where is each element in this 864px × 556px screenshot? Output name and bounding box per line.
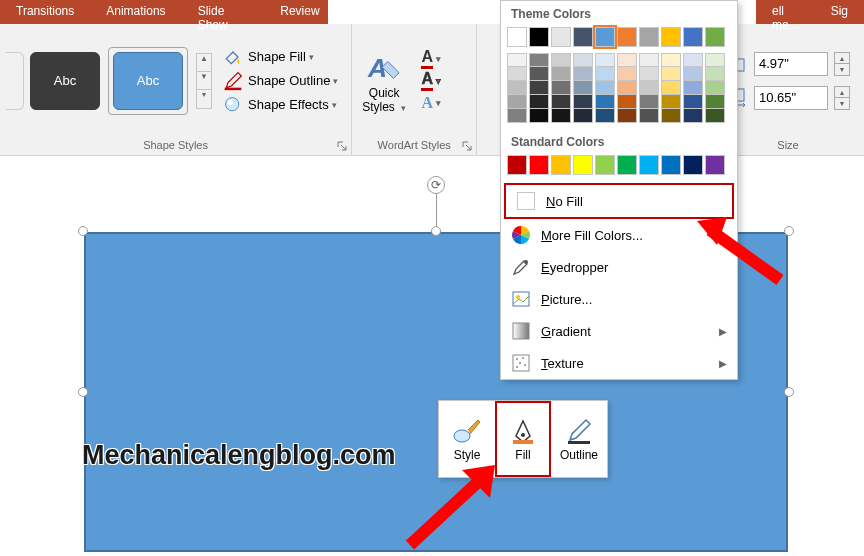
text-fill-button[interactable]: A▾ [418, 48, 444, 70]
theme-shade-swatch[interactable] [683, 67, 703, 81]
mini-fill-button[interactable]: Fill [495, 401, 551, 477]
theme-shade-swatch[interactable] [529, 53, 549, 67]
theme-shade-swatch[interactable] [617, 67, 637, 81]
theme-shade-swatch[interactable] [595, 67, 615, 81]
theme-shade-swatch[interactable] [573, 67, 593, 81]
theme-shade-swatch[interactable] [595, 109, 615, 123]
theme-shade-swatch[interactable] [573, 95, 593, 109]
theme-shade-swatch[interactable] [551, 53, 571, 67]
tab-tell-me[interactable]: ell me... [756, 0, 815, 24]
theme-shade-swatch[interactable] [595, 81, 615, 95]
standard-color-swatch[interactable] [683, 155, 703, 175]
theme-shade-swatch[interactable] [639, 109, 659, 123]
theme-shade-swatch[interactable] [551, 95, 571, 109]
theme-shade-swatch[interactable] [683, 109, 703, 123]
theme-shade-swatch[interactable] [529, 95, 549, 109]
theme-shade-swatch[interactable] [595, 95, 615, 109]
theme-shade-swatch[interactable] [705, 67, 725, 81]
theme-shade-swatch[interactable] [639, 67, 659, 81]
standard-color-swatch[interactable] [551, 155, 571, 175]
tab-review[interactable]: Review [264, 0, 335, 24]
theme-color-swatch[interactable] [661, 27, 681, 47]
resize-handle-tl[interactable] [78, 226, 88, 236]
theme-shade-swatch[interactable] [551, 109, 571, 123]
shape-height-input[interactable] [754, 52, 828, 76]
theme-color-swatch[interactable] [551, 27, 571, 47]
standard-color-swatch[interactable] [595, 155, 615, 175]
theme-shade-swatch[interactable] [573, 53, 593, 67]
theme-shade-swatch[interactable] [507, 81, 527, 95]
theme-shade-swatch[interactable] [683, 95, 703, 109]
theme-shade-swatch[interactable] [507, 109, 527, 123]
theme-shade-swatch[interactable] [529, 81, 549, 95]
shape-width-input[interactable] [754, 86, 828, 110]
tab-animations[interactable]: Animations [90, 0, 181, 24]
resize-handle-tr[interactable] [784, 226, 794, 236]
theme-shade-swatch[interactable] [683, 53, 703, 67]
gallery-expand[interactable]: ▾ [197, 90, 211, 108]
theme-shade-swatch[interactable] [705, 81, 725, 95]
theme-shade-swatch[interactable] [661, 67, 681, 81]
gallery-scroll-down[interactable]: ▼ [197, 72, 211, 90]
quick-styles-button[interactable]: A Quick Styles ▾ [354, 48, 414, 114]
theme-color-swatch[interactable] [683, 27, 703, 47]
shape-fill-button[interactable]: Shape Fill▾ [218, 45, 342, 69]
gallery-scroll-up[interactable]: ▲ [197, 54, 211, 72]
height-spinner[interactable]: ▲▼ [834, 52, 850, 76]
mini-outline-button[interactable]: Outline [551, 401, 607, 477]
theme-shade-swatch[interactable] [661, 109, 681, 123]
text-outline-button[interactable]: A▾ [418, 70, 444, 92]
shape-style-preset-dark[interactable]: Abc [30, 52, 100, 110]
resize-handle-tm[interactable] [431, 226, 441, 236]
theme-shade-swatch[interactable] [661, 95, 681, 109]
theme-shade-swatch[interactable] [639, 81, 659, 95]
theme-shade-swatch[interactable] [551, 67, 571, 81]
theme-shade-swatch[interactable] [705, 95, 725, 109]
text-effects-button[interactable]: A▾ [418, 92, 444, 114]
theme-shade-swatch[interactable] [639, 53, 659, 67]
theme-shade-swatch[interactable] [507, 95, 527, 109]
theme-shade-swatch[interactable] [595, 53, 615, 67]
tab-transitions[interactable]: Transitions [0, 0, 90, 24]
shape-style-preset-selected[interactable]: Abc [108, 47, 188, 115]
standard-color-swatch[interactable] [529, 155, 549, 175]
texture-fill-option[interactable]: Texture ▶ [501, 347, 737, 379]
theme-shade-swatch[interactable] [573, 81, 593, 95]
theme-shade-swatch[interactable] [529, 109, 549, 123]
theme-shade-swatch[interactable] [617, 53, 637, 67]
theme-shade-swatch[interactable] [617, 81, 637, 95]
gradient-fill-option[interactable]: Gradient ▶ [501, 315, 737, 347]
theme-color-swatch[interactable] [529, 27, 549, 47]
standard-color-swatch[interactable] [617, 155, 637, 175]
theme-color-swatch[interactable] [639, 27, 659, 47]
resize-handle-ml[interactable] [78, 387, 88, 397]
rotation-handle[interactable]: ⟳ [427, 176, 445, 194]
theme-color-swatch[interactable] [705, 27, 725, 47]
theme-shade-swatch[interactable] [507, 53, 527, 67]
dialog-launcher-icon[interactable] [337, 141, 347, 151]
width-spinner[interactable]: ▲▼ [834, 86, 850, 110]
theme-shade-swatch[interactable] [507, 67, 527, 81]
theme-color-swatch[interactable] [507, 27, 527, 47]
theme-shade-swatch[interactable] [617, 95, 637, 109]
theme-color-swatch[interactable] [617, 27, 637, 47]
standard-color-swatch[interactable] [705, 155, 725, 175]
theme-shade-swatch[interactable] [617, 109, 637, 123]
shape-effects-button[interactable]: Shape Effects▾ [218, 93, 342, 117]
tab-slideshow[interactable]: Slide Show [182, 0, 265, 24]
standard-color-swatch[interactable] [507, 155, 527, 175]
dialog-launcher-icon[interactable] [462, 141, 472, 151]
theme-shade-swatch[interactable] [661, 53, 681, 67]
theme-shade-swatch[interactable] [551, 81, 571, 95]
theme-shade-swatch[interactable] [661, 81, 681, 95]
theme-shade-swatch[interactable] [705, 53, 725, 67]
resize-handle-mr[interactable] [784, 387, 794, 397]
theme-shade-swatch[interactable] [639, 95, 659, 109]
picture-fill-option[interactable]: Picture... [501, 283, 737, 315]
standard-color-swatch[interactable] [639, 155, 659, 175]
theme-shade-swatch[interactable] [705, 109, 725, 123]
theme-color-swatch[interactable] [595, 27, 615, 47]
theme-color-swatch[interactable] [573, 27, 593, 47]
theme-shade-swatch[interactable] [529, 67, 549, 81]
shape-outline-button[interactable]: Shape Outline▾ [218, 69, 342, 93]
